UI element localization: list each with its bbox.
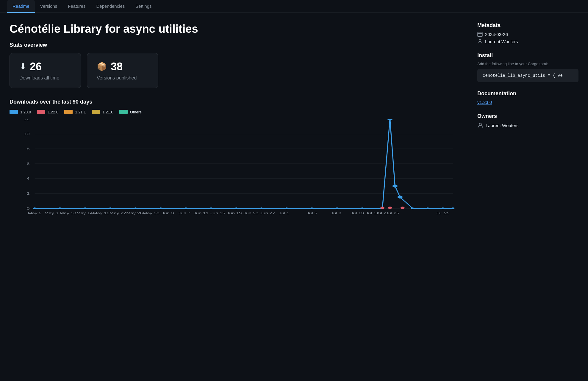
svg-point-32 [336, 207, 339, 209]
install-title: Install [477, 52, 578, 59]
date-row: 2024-03-26 [477, 32, 578, 37]
versions-card: 📦 38 Versions published [87, 53, 158, 88]
install-code[interactable]: cenotelie_lib_async_utils = { ve [477, 69, 578, 82]
legend-item-3: 1.21.1 [64, 110, 86, 114]
svg-text:May 26: May 26 [126, 211, 143, 215]
chart-legend: 1.23.0 1.22.0 1.21.1 1.21.0 Others [10, 110, 463, 114]
legend-color-1 [10, 110, 18, 114]
downloads-card-inner: ⬇ 26 [19, 60, 71, 73]
doc-version-link[interactable]: v1.23.0 [477, 100, 578, 105]
legend-label-5: Others [130, 110, 142, 114]
svg-point-34 [411, 207, 414, 209]
metadata-author: Laurent Wouters [485, 39, 518, 44]
svg-text:Jun 3: Jun 3 [162, 211, 174, 215]
svg-point-16 [398, 196, 403, 199]
legend-color-2 [37, 110, 45, 114]
svg-text:Jun 23: Jun 23 [243, 211, 259, 215]
svg-text:May 6: May 6 [45, 211, 58, 215]
package-icon: 📦 [97, 62, 107, 71]
svg-text:Jun 7: Jun 7 [178, 211, 191, 215]
svg-text:May 22: May 22 [110, 211, 126, 215]
svg-point-22 [84, 207, 87, 209]
svg-rect-61 [478, 32, 482, 37]
svg-text:8: 8 [26, 147, 29, 151]
svg-text:May 18: May 18 [93, 211, 110, 215]
svg-point-18 [388, 207, 392, 209]
svg-point-28 [235, 207, 238, 209]
versions-label: Versions published [97, 75, 148, 81]
legend-label-3: 1.21.1 [75, 110, 86, 114]
author-row: Laurent Wouters [477, 39, 578, 44]
legend-item-2: 1.22.0 [37, 110, 58, 114]
chart-svg: 0 2 4 6 8 10 12 [10, 119, 463, 220]
svg-point-15 [392, 185, 398, 188]
versions-number: 38 [111, 60, 123, 73]
chart-container: 0 2 4 6 8 10 12 [10, 119, 463, 220]
owner-name: Laurent Wouters [486, 123, 519, 128]
legend-label-2: 1.22.0 [48, 110, 58, 114]
svg-point-17 [380, 207, 384, 209]
svg-text:Jun 11: Jun 11 [193, 211, 209, 215]
tab-settings[interactable]: Settings [130, 0, 157, 13]
svg-point-19 [401, 207, 405, 209]
legend-item-4: 1.21.0 [92, 110, 113, 114]
page-title: Cénotélie Library for async utilities [10, 22, 463, 36]
svg-text:Jun 15: Jun 15 [210, 211, 225, 215]
svg-text:Jul 29: Jul 29 [436, 211, 450, 215]
tab-versions[interactable]: Versions [35, 0, 63, 13]
svg-point-20 [33, 207, 36, 209]
chart-title: Downloads over the last 90 days [10, 99, 463, 105]
svg-point-24 [134, 207, 137, 209]
svg-text:May 2: May 2 [28, 211, 42, 215]
stats-cards: ⬇ 26 Downloads all time 📦 38 Versions pu… [10, 53, 463, 88]
main-content: Cénotélie Library for async utilities St… [0, 13, 588, 220]
svg-point-65 [479, 39, 481, 41]
legend-color-4 [92, 110, 100, 114]
documentation-section: Documentation v1.23.0 [477, 90, 578, 105]
svg-text:2: 2 [26, 192, 29, 195]
legend-label-1: 1.23.0 [20, 110, 31, 114]
svg-text:May 30: May 30 [143, 211, 159, 215]
calendar-icon [477, 32, 483, 37]
svg-point-30 [285, 207, 288, 209]
svg-text:Jul 5: Jul 5 [306, 211, 317, 215]
svg-point-37 [451, 207, 454, 209]
svg-text:6: 6 [26, 162, 29, 165]
owner-row: Laurent Wouters [477, 122, 578, 128]
legend-item-5: Others [119, 110, 142, 114]
tab-features[interactable]: Features [62, 0, 91, 13]
versions-card-inner: 📦 38 [97, 60, 148, 73]
svg-text:0: 0 [26, 207, 29, 210]
svg-point-36 [441, 207, 444, 209]
svg-point-35 [426, 207, 429, 209]
svg-text:Jul 9: Jul 9 [331, 211, 341, 215]
downloads-card: ⬇ 26 Downloads all time [10, 53, 81, 88]
legend-color-3 [64, 110, 73, 114]
svg-text:12: 12 [24, 119, 30, 121]
metadata-title: Metadata [477, 22, 578, 29]
metadata-section: Metadata 2024-03-26 Laurent Wouters [477, 22, 578, 44]
svg-point-66 [479, 123, 481, 126]
right-sidebar: Metadata 2024-03-26 Laurent Wouters [477, 22, 578, 220]
download-icon: ⬇ [19, 62, 26, 71]
owner-user-icon [477, 122, 483, 128]
svg-text:Jul 13: Jul 13 [351, 211, 364, 215]
owners-section: Owners Laurent Wouters [477, 113, 578, 128]
downloads-number: 26 [30, 60, 42, 73]
svg-text:Jul 25: Jul 25 [386, 211, 399, 215]
tab-readme[interactable]: Readme [7, 0, 35, 13]
svg-text:May 14: May 14 [76, 211, 93, 215]
svg-point-23 [109, 207, 112, 209]
svg-point-26 [184, 207, 187, 209]
svg-point-33 [361, 207, 364, 209]
tab-bar: Readme Versions Features Dependencies Se… [0, 0, 588, 13]
svg-point-14 [387, 119, 392, 121]
svg-point-31 [310, 207, 313, 209]
svg-text:10: 10 [24, 132, 30, 136]
doc-title: Documentation [477, 90, 578, 97]
install-section: Install Add the following line to your C… [477, 52, 578, 82]
svg-point-27 [209, 207, 212, 209]
tab-dependencies[interactable]: Dependencies [91, 0, 130, 13]
left-column: Cénotélie Library for async utilities St… [10, 22, 477, 220]
svg-point-25 [159, 207, 162, 209]
